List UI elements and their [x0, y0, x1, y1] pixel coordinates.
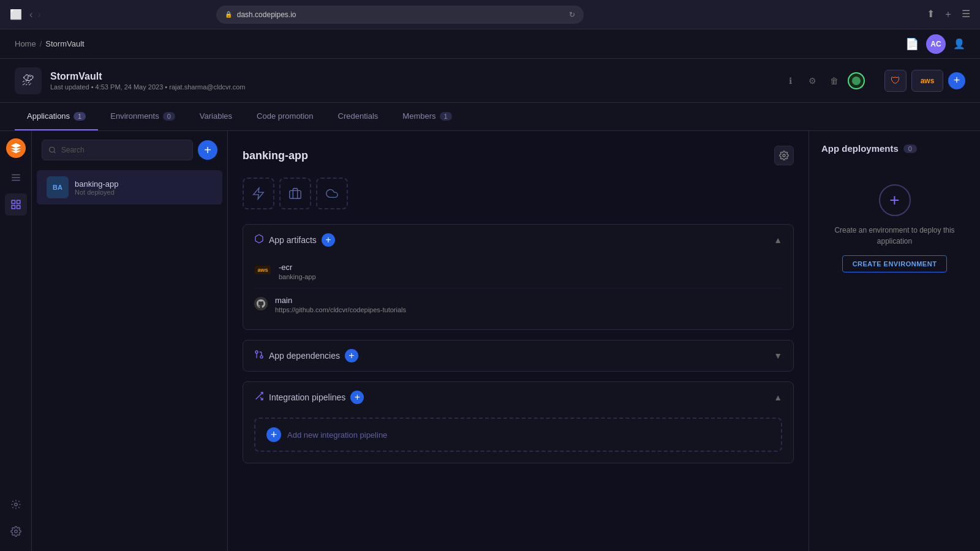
svg-line-10	[54, 151, 55, 152]
svg-rect-3	[12, 200, 15, 203]
tab-environments[interactable]: Environments 0	[98, 103, 187, 130]
search-icon	[48, 146, 56, 154]
doc-icon[interactable]: 📄	[905, 37, 919, 51]
pipeline-icon-source[interactable]	[243, 178, 274, 209]
address-bar[interactable]: 🔒 dash.codepipes.io ↻	[216, 6, 584, 24]
back-button[interactable]: ‹	[29, 9, 32, 20]
add-pipeline-label: Add new integration pipeline	[287, 430, 387, 440]
pipeline-icon-build[interactable]	[279, 178, 311, 209]
search-input-wrap[interactable]	[42, 140, 193, 160]
pipeline-icon-deploy[interactable]	[316, 178, 348, 209]
new-tab-icon[interactable]: ＋	[943, 8, 953, 21]
create-environment-button[interactable]: CREATE ENVIRONMENT	[842, 255, 948, 272]
artifact-ecr-details: -ecr banking-app	[279, 263, 316, 280]
tab-icon: ⬜	[10, 9, 22, 20]
list-item[interactable]: BA banking-app Not deployed	[37, 170, 222, 204]
last-updated-text: Last updated • 4:53 PM, 24 May 2023 •	[50, 83, 167, 91]
add-app-button[interactable]: +	[198, 140, 217, 160]
search-input[interactable]	[61, 146, 186, 154]
tab-credentials-label: Credentials	[338, 111, 379, 121]
nav-menu-icon[interactable]	[5, 167, 27, 189]
aws-ecr-logo: aws	[254, 264, 271, 276]
app-dependencies-section: App dependencies + ▼	[243, 340, 794, 372]
add-integration-button[interactable]: +	[948, 72, 965, 89]
tab-variables-label: Variables	[200, 111, 232, 121]
dependencies-chevron: ▼	[774, 351, 782, 361]
nav-pipelines-icon[interactable]	[5, 493, 27, 515]
search-bar: +	[32, 131, 227, 169]
deployments-title: App deployments	[821, 143, 899, 154]
tab-members-label: Members	[402, 111, 435, 121]
content-area: + BA banking-app Not deployed banking-ap…	[0, 131, 980, 551]
delete-icon[interactable]: 🗑	[826, 72, 843, 89]
app-item-status: Not deployed	[75, 189, 119, 196]
create-env-text: Create an environment to deploy this app…	[827, 225, 962, 247]
menu-icon[interactable]: ☰	[962, 8, 970, 21]
tab-variables[interactable]: Variables	[187, 103, 244, 130]
app-settings-button[interactable]	[774, 146, 794, 165]
lock-icon: 🔒	[225, 11, 232, 18]
artifacts-body: aws -ecr banking-app	[243, 255, 793, 329]
artifacts-icon	[254, 234, 264, 246]
artifact-github-name: main	[275, 296, 406, 305]
tab-applications-badge: 1	[74, 112, 86, 121]
integration-pipelines-title: Integration pipelines	[269, 392, 345, 402]
refresh-icon[interactable]: ↻	[569, 10, 575, 19]
breadcrumb-home[interactable]: Home	[15, 39, 36, 48]
app-logo[interactable]	[6, 138, 26, 158]
app-dependencies-title: App dependencies	[269, 351, 340, 361]
create-env-plus-button[interactable]: +	[879, 184, 911, 216]
add-dependency-button[interactable]: +	[345, 349, 358, 362]
center-panel: banking-app	[228, 131, 809, 551]
add-pipeline-button[interactable]: +	[350, 391, 364, 404]
tab-credentials[interactable]: Credentials	[326, 103, 391, 130]
tab-environments-label: Environments	[110, 111, 159, 121]
artifact-ecr-sub: banking-app	[279, 273, 316, 280]
user-avatar[interactable]: AC	[926, 34, 946, 54]
tab-members-badge: 1	[440, 112, 452, 121]
user-email: rajat.sharma@cldcvr.com	[169, 83, 245, 91]
right-panel: App deployments 0 + Create an environmen…	[809, 131, 980, 551]
status-dot-inner	[852, 77, 861, 85]
section-header-left-int: Integration pipelines +	[254, 391, 364, 404]
tab-applications[interactable]: Applications 1	[15, 103, 98, 130]
artifact-github-sub: https://github.com/cldcvr/codepipes-tuto…	[275, 306, 406, 313]
app-dependencies-header[interactable]: App dependencies + ▼	[243, 340, 793, 371]
svg-point-13	[260, 356, 263, 358]
nav-apps-icon[interactable]	[5, 193, 27, 216]
breadcrumb-bar: Home / StormVault 📄 AC 👤	[0, 29, 980, 59]
aws-badge[interactable]: aws	[911, 70, 943, 92]
info-icon[interactable]: ℹ	[782, 72, 799, 89]
sidebar-nav	[0, 131, 32, 551]
apps-panel: + BA banking-app Not deployed	[32, 131, 228, 551]
app-artifacts-header[interactable]: App artifacts + ▲	[243, 225, 793, 255]
tab-environments-badge: 0	[163, 112, 175, 121]
url-text: dash.codepipes.io	[237, 10, 296, 19]
artifacts-chevron: ▲	[774, 235, 782, 245]
integration-pipelines-section: Integration pipelines + ▲ + Add new inte…	[243, 381, 794, 463]
nav-settings-icon[interactable]	[5, 520, 27, 542]
browser-nav: ‹ ›	[29, 9, 41, 20]
artifact-github-details: main https://github.com/cldcvr/codepipes…	[275, 296, 406, 313]
app-item-name: banking-app	[75, 179, 119, 189]
settings-icon[interactable]: ⚙	[804, 72, 821, 89]
integration-pipelines-header[interactable]: Integration pipelines + ▲	[243, 382, 793, 413]
add-artifact-button[interactable]: +	[322, 233, 335, 247]
user-menu-icon[interactable]: 👤	[953, 38, 965, 50]
app-detail-title: banking-app	[243, 149, 308, 162]
svg-point-11	[783, 154, 785, 157]
tab-code-promotion[interactable]: Code promotion	[244, 103, 326, 130]
tab-members[interactable]: Members 1	[390, 103, 464, 130]
tab-nav: Applications 1 Environments 0 Variables …	[0, 103, 980, 131]
svg-point-14	[255, 351, 258, 353]
breadcrumb-current: StormVault	[45, 39, 84, 48]
project-meta: Last updated • 4:53 PM, 24 May 2023 • ra…	[50, 83, 773, 91]
breadcrumb-separator: /	[40, 39, 42, 48]
forward-button[interactable]: ›	[37, 9, 40, 20]
status-indicator	[848, 72, 865, 89]
app-artifacts-title: App artifacts	[269, 235, 317, 245]
pipelines-chevron: ▲	[774, 392, 782, 402]
share-icon[interactable]: ⬆	[927, 8, 935, 21]
shield-badge[interactable]: 🛡	[884, 70, 907, 92]
add-integration-pipeline-box[interactable]: + Add new integration pipeline	[254, 418, 782, 452]
